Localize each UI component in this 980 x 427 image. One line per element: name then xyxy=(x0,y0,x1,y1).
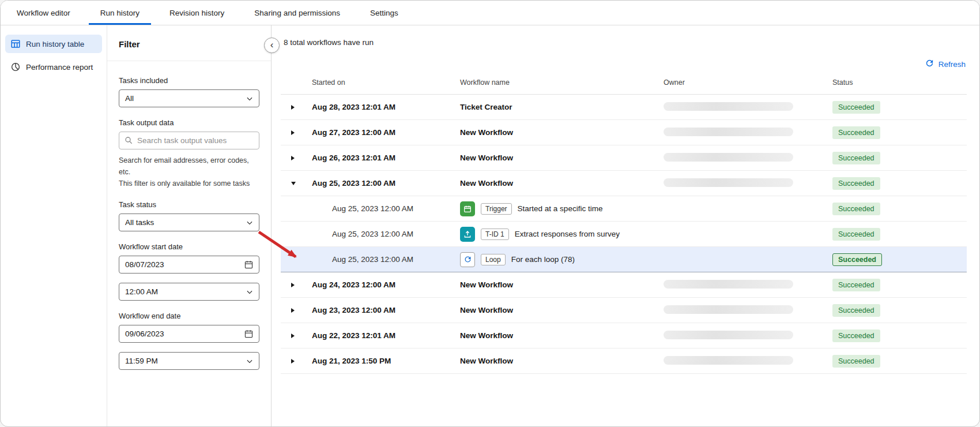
calendar-icon xyxy=(244,329,254,339)
run-started-on: Aug 24, 2023 12:00 AM xyxy=(312,280,460,289)
sidebar-item-run-history-table[interactable]: Run history table xyxy=(5,35,102,53)
workflow-name: New Workflow xyxy=(460,179,513,188)
expand-caret-icon[interactable] xyxy=(291,156,295,160)
task-status-value: All tasks xyxy=(125,218,154,227)
table-row[interactable]: Aug 25, 2023 12:00 AM Loop For each loop… xyxy=(281,247,967,272)
end-time-select[interactable]: 11:59 PM xyxy=(119,352,259,370)
expand-caret-icon[interactable] xyxy=(291,130,295,135)
workflow-end-date-label: Workflow end date xyxy=(119,312,259,320)
table-row[interactable]: Aug 26, 2023 12:01 AM New Workflow Succe… xyxy=(281,145,967,171)
status-badge: Succeeded xyxy=(832,177,880,190)
run-started-on: Aug 26, 2023 12:01 AM xyxy=(312,153,460,162)
status-badge: Succeeded xyxy=(832,228,880,241)
table-row[interactable]: Aug 28, 2023 12:01 AM Ticket Creator Suc… xyxy=(281,95,967,120)
loop-icon xyxy=(460,252,475,267)
column-header-status: Status xyxy=(832,78,967,94)
owner-redacted xyxy=(664,153,793,162)
table-row[interactable]: Aug 27, 2023 12:00 AM New Workflow Succe… xyxy=(281,120,967,145)
status-badge: Succeeded xyxy=(832,304,880,317)
table-row[interactable]: Aug 24, 2023 12:00 AM New Workflow Succe… xyxy=(281,272,967,298)
expand-caret-icon[interactable] xyxy=(291,334,295,338)
filter-panel: Filter Tasks included All Task output da… xyxy=(107,25,272,426)
column-header-owner: Owner xyxy=(664,78,832,94)
table-row[interactable]: Aug 22, 2023 12:01 AM New Workflow Succe… xyxy=(281,323,967,349)
end-date-value: 09/06/2023 xyxy=(125,329,164,338)
run-started-on: Aug 25, 2023 12:00 AM xyxy=(312,179,460,188)
filter-title: Filter xyxy=(107,25,271,61)
run-started-on: Aug 22, 2023 12:01 AM xyxy=(312,331,460,340)
run-started-on: Aug 21, 2023 1:50 PM xyxy=(312,357,460,365)
owner-redacted xyxy=(664,331,793,339)
owner-redacted xyxy=(664,280,793,289)
tab-run-history[interactable]: Run history xyxy=(85,1,154,25)
expand-caret-icon[interactable] xyxy=(291,308,295,313)
run-started-on: Aug 27, 2023 12:00 AM xyxy=(312,128,460,137)
sidebar-item-performance-report[interactable]: Performance report xyxy=(5,58,102,76)
page-body: Run history table Performance report Fil… xyxy=(1,25,979,426)
start-date-input[interactable]: 08/07/2023 xyxy=(119,256,259,274)
owner-redacted xyxy=(664,128,793,136)
table-header-row: Started on Workflow name Owner Status xyxy=(281,68,967,95)
workflow-name: Ticket Creator xyxy=(460,103,512,111)
workflow-name: New Workflow xyxy=(460,153,513,162)
refresh-button[interactable]: Refresh xyxy=(925,58,966,70)
start-date-value: 08/07/2023 xyxy=(125,260,164,269)
end-date-input[interactable]: 09/06/2023 xyxy=(119,325,259,343)
refresh-icon xyxy=(925,58,934,70)
task-type-badge: Trigger xyxy=(481,203,512,215)
run-started-on: Aug 28, 2023 12:01 AM xyxy=(312,103,460,111)
task-status-select[interactable]: All tasks xyxy=(119,214,259,231)
top-tab-bar: Workflow editor Run history Revision his… xyxy=(1,1,979,25)
sidebar-item-label: Performance report xyxy=(26,63,93,72)
sidebar: Run history table Performance report xyxy=(1,25,107,426)
table-body: Aug 28, 2023 12:01 AM Ticket Creator Suc… xyxy=(281,95,967,374)
table-row[interactable]: Aug 25, 2023 12:00 AM T-ID 1 Extract res… xyxy=(281,222,967,247)
task-status-label: Task status xyxy=(119,200,259,209)
tasks-included-label: Tasks included xyxy=(119,76,259,85)
chevron-down-icon xyxy=(246,288,254,296)
workflow-name: New Workflow xyxy=(460,280,513,289)
tab-sharing-permissions[interactable]: Sharing and permissions xyxy=(239,1,355,25)
status-badge: Succeeded xyxy=(832,329,880,342)
trigger-icon xyxy=(460,201,475,216)
tasks-included-value: All xyxy=(125,94,134,103)
expand-caret-icon[interactable] xyxy=(291,105,295,110)
tab-settings[interactable]: Settings xyxy=(355,1,413,25)
workflow-name: New Workflow xyxy=(460,357,513,365)
status-badge: Succeeded xyxy=(832,355,880,368)
run-started-on: Aug 25, 2023 12:00 AM xyxy=(312,230,460,238)
workflow-name: For each loop (78) xyxy=(511,255,575,264)
chevron-down-icon xyxy=(246,219,254,227)
tab-workflow-editor[interactable]: Workflow editor xyxy=(2,1,85,25)
calendar-icon xyxy=(244,260,254,269)
refresh-label: Refresh xyxy=(938,60,966,69)
owner-redacted xyxy=(664,305,793,314)
table-row[interactable]: Aug 25, 2023 12:00 AM New Workflow Succe… xyxy=(281,171,967,196)
tasks-included-select[interactable]: All xyxy=(119,89,259,107)
task-type-badge: T-ID 1 xyxy=(481,229,509,240)
run-history-main: 8 total workflows have run Refresh Start… xyxy=(272,25,979,426)
expand-caret-icon[interactable] xyxy=(291,182,296,185)
table-row[interactable]: Aug 23, 2023 12:00 AM New Workflow Succe… xyxy=(281,298,967,323)
expand-caret-icon[interactable] xyxy=(291,283,295,287)
pie-chart-icon xyxy=(10,62,21,72)
task-output-search-input[interactable] xyxy=(119,132,259,149)
workflow-name: Extract responses from survey xyxy=(515,230,620,238)
run-count-summary: 8 total workflows have run xyxy=(281,38,967,47)
start-time-select[interactable]: 12:00 AM xyxy=(119,283,259,301)
table-row[interactable]: Aug 21, 2023 1:50 PM New Workflow Succee… xyxy=(281,349,967,374)
status-badge: Succeeded xyxy=(832,152,880,164)
workflow-name: Started at a specific time xyxy=(518,204,603,213)
owner-redacted xyxy=(664,356,793,365)
workflow-name: New Workflow xyxy=(460,306,513,314)
table-row[interactable]: Aug 25, 2023 12:00 AM Trigger Started at… xyxy=(281,196,967,222)
owner-redacted xyxy=(664,178,793,187)
run-started-on: Aug 23, 2023 12:00 AM xyxy=(312,306,460,314)
workflow-name: New Workflow xyxy=(460,331,513,340)
expand-caret-icon[interactable] xyxy=(291,359,295,364)
extract-icon xyxy=(460,227,475,242)
table-icon xyxy=(10,39,21,49)
collapse-filter-button[interactable] xyxy=(264,38,280,53)
run-started-on: Aug 25, 2023 12:00 AM xyxy=(312,204,460,213)
tab-revision-history[interactable]: Revision history xyxy=(154,1,239,25)
